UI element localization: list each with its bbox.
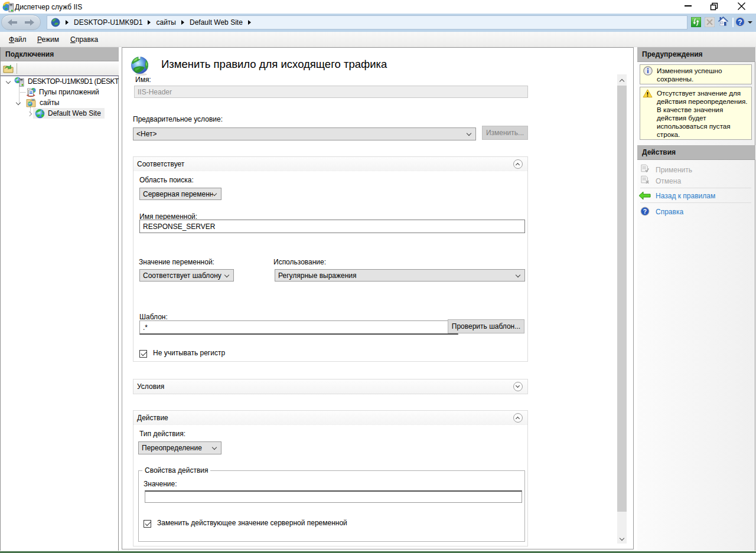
svg-text:?: ?: [738, 18, 742, 27]
svg-text:?: ?: [643, 208, 647, 215]
